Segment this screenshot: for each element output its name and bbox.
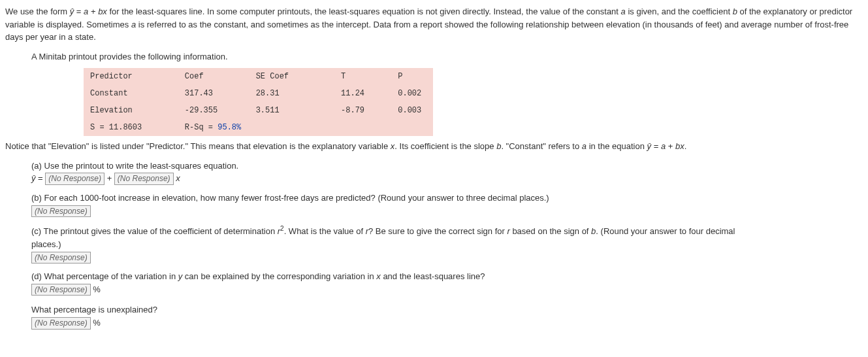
- intro-text5: is referred to as the constant, and some…: [136, 20, 603, 29]
- notice-text: Notice that "Elevation" is listed under …: [5, 141, 391, 151]
- cell-p: 0.003: [391, 102, 433, 119]
- notice-text4: in the equation: [587, 141, 647, 151]
- answer-input-d2[interactable]: (No Response): [31, 317, 91, 329]
- qd-pct1: %: [91, 284, 101, 294]
- cell-coef: -29.355: [178, 102, 249, 119]
- question-d: (d) What percentage of the variation in …: [31, 270, 863, 330]
- cell-t: 11.24: [334, 85, 391, 102]
- cell-t: -8.79: [334, 102, 391, 119]
- header-t: T: [334, 68, 391, 85]
- header-p: P: [391, 68, 433, 85]
- intro-eq: =: [74, 7, 84, 16]
- qa-plus: +: [104, 173, 114, 183]
- answer-input-b[interactable]: (No Response): [31, 205, 91, 217]
- intro-bx: bx: [98, 7, 107, 16]
- qc-text6: places.): [31, 238, 863, 251]
- answer-input-c[interactable]: (No Response): [31, 252, 91, 264]
- answer-input-d1[interactable]: (No Response): [31, 284, 91, 296]
- table-row: Elevation -29.355 3.511 -8.79 0.003: [84, 102, 433, 119]
- header-predictor: Predictor: [84, 68, 178, 85]
- qa-eq: =: [36, 173, 46, 183]
- notice-paragraph: Notice that "Elevation" is listed under …: [5, 140, 863, 153]
- cell-coef: 317.43: [178, 85, 249, 102]
- qc-text5: . (Round your answer to four decimal: [596, 226, 735, 236]
- notice-plus: +: [666, 141, 675, 151]
- qd-text3: and the least-squares line?: [381, 271, 485, 281]
- footer-rsq-value: 95.8%: [217, 123, 241, 132]
- notice-a: a: [582, 141, 587, 151]
- qc-text2: . What is the value of: [284, 226, 366, 236]
- intro-paragraph: We use the form ŷ = a + bx for the least…: [5, 5, 863, 44]
- cell-secoef: 28.31: [249, 85, 334, 102]
- qd-text4: What percentage is unexplained?: [31, 303, 863, 316]
- footer-rsq-label: R-Sq =: [185, 123, 217, 132]
- notice-dot: .: [684, 141, 687, 151]
- question-d-prompt: (d) What percentage of the variation in …: [31, 270, 863, 283]
- qa-x: x: [174, 173, 180, 183]
- intro-text2: for the least-squares line. In some comp…: [107, 7, 621, 16]
- question-a-prompt: (a) Use the printout to write the least-…: [31, 160, 863, 173]
- cell-elevation: Elevation: [84, 102, 178, 119]
- table-header-row: Predictor Coef SE Coef T P: [84, 68, 433, 85]
- question-a: (a) Use the printout to write the least-…: [31, 160, 863, 185]
- answer-input-a2[interactable]: (No Response): [114, 173, 174, 184]
- cell-p: 0.002: [391, 85, 433, 102]
- header-coef: Coef: [178, 68, 249, 85]
- question-c-prompt: (c) The printout gives the value of the …: [31, 224, 863, 238]
- question-c: (c) The printout gives the value of the …: [31, 224, 863, 264]
- cell-secoef: 3.511: [249, 102, 334, 119]
- notice-eq: =: [651, 141, 661, 151]
- table-row: Constant 317.43 28.31 11.24 0.002: [84, 85, 433, 102]
- minitab-table: Predictor Coef SE Coef T P Constant 317.…: [84, 68, 433, 136]
- qc-text1: (c) The printout gives the value of the …: [31, 226, 278, 236]
- intro-text3: is given, and the coefficient: [626, 7, 733, 16]
- qd-pct2: %: [91, 318, 101, 328]
- footer-s: S = 11.8603: [84, 119, 178, 136]
- intro-text: We use the form: [5, 7, 70, 16]
- minitab-intro: A Minitab printout provides the followin…: [31, 50, 863, 63]
- answer-input-a1[interactable]: (No Response): [45, 173, 104, 184]
- notice-text3: . "Constant" refers to: [501, 141, 581, 151]
- intro-plus: +: [88, 7, 98, 16]
- notice-bx: bx: [675, 141, 684, 151]
- table-footer-row: S = 11.8603 R-Sq = 95.8%: [84, 119, 433, 136]
- qd-text1: (d) What percentage of the variation in: [31, 271, 178, 281]
- intro-b: b: [733, 7, 737, 16]
- footer-rsq: R-Sq = 95.8%: [178, 119, 433, 136]
- qd-text2: can be explained by the corresponding va…: [182, 271, 376, 281]
- cell-constant: Constant: [84, 85, 178, 102]
- qc-text4: based on the sign of: [510, 226, 591, 236]
- qc-text3: ? Be sure to give the correct sign for: [368, 226, 507, 236]
- question-b-prompt: (b) For each 1000-foot increase in eleva…: [31, 192, 863, 205]
- question-b: (b) For each 1000-foot increase in eleva…: [31, 192, 863, 217]
- notice-text2: . Its coefficient is the slope: [394, 141, 496, 151]
- question-a-equation: ŷ = (No Response) + (No Response) x: [31, 172, 863, 185]
- header-secoef: SE Coef: [249, 68, 334, 85]
- intro-a2: a: [621, 7, 626, 16]
